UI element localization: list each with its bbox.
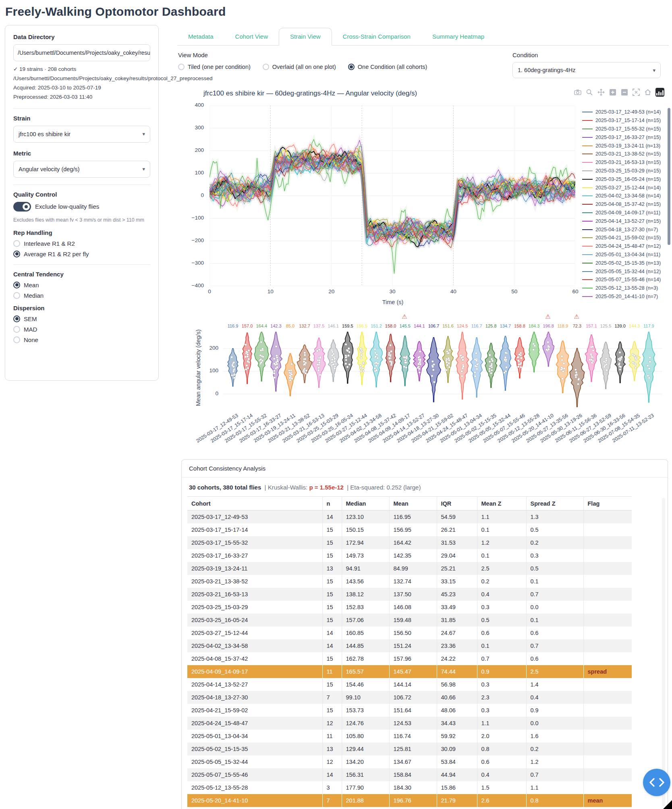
tab-cross-strain-comparison[interactable]: Cross-Strain Comparison xyxy=(332,28,421,45)
value-cell: 152.83 xyxy=(342,601,389,614)
radio-none[interactable] xyxy=(13,336,20,343)
camera-icon[interactable] xyxy=(574,88,582,96)
value-cell: 24.67 xyxy=(437,626,477,639)
radio-label: Overlaid (all on one plot) xyxy=(272,64,336,70)
value-cell: 14 xyxy=(322,768,342,781)
legend-item[interactable]: 2025-04-09_14-09-17 (n=11) xyxy=(582,209,668,217)
radio-mean[interactable] xyxy=(13,282,20,288)
cohort-cell: 2025-04-24_15-48-47 xyxy=(187,717,322,730)
legend-item[interactable]: 2025-03-17_15-55-32 (n=15) xyxy=(582,125,668,133)
data-directory-input[interactable]: /Users/burnettl/Documents/Projects/oaky_… xyxy=(13,44,150,61)
legend-item[interactable]: 2025-05-02_15-15-35 (n=13) xyxy=(582,259,668,267)
radio-label: Tiled (one per condition) xyxy=(188,64,251,70)
value-cell: 0.4 xyxy=(477,768,526,781)
legend-item[interactable]: 2025-04-14_13-52-27 (n=15) xyxy=(582,217,668,225)
legend-swatch xyxy=(582,129,593,129)
legend-item[interactable]: 2025-03-19_13-24-11 (n=13) xyxy=(582,141,668,150)
legend-item[interactable]: 2025-03-17_15-17-14 (n=15) xyxy=(582,116,668,125)
violin-chart[interactable] xyxy=(221,330,666,408)
legend-item[interactable]: 2025-03-21_16-53-13 (n=15) xyxy=(582,158,668,167)
legend-swatch xyxy=(582,237,593,238)
legend-item[interactable]: 2025-03-25_15-03-29 (n=15) xyxy=(582,167,668,175)
y-tick-label: 400 xyxy=(180,102,204,108)
zoom-in-icon[interactable] xyxy=(609,88,617,96)
value-cell: 0.5 xyxy=(526,523,583,536)
legend-item[interactable]: 2025-05-07_15-55-46 (n=14) xyxy=(582,276,668,284)
radio-overlaid[interactable] xyxy=(263,64,269,70)
value-cell: 196.76 xyxy=(389,794,437,807)
radio-mad[interactable] xyxy=(13,326,20,333)
legend-scrollbar[interactable] xyxy=(668,108,670,245)
cohort-cell: 2025-03-21_13-38-52 xyxy=(187,575,322,588)
value-cell: 172.94 xyxy=(342,536,389,549)
value-cell: 53.84 xyxy=(437,755,477,768)
legend-item[interactable]: 2025-05-01_13-04-34 (n=11) xyxy=(582,251,668,259)
radio-average[interactable] xyxy=(13,251,20,257)
plotly-modebar xyxy=(574,88,664,97)
radio-tiled[interactable] xyxy=(178,64,185,70)
value-cell: 1.1 xyxy=(526,781,583,794)
pan-icon[interactable] xyxy=(597,88,605,96)
table-scrollbar[interactable] xyxy=(662,498,665,806)
strain-label: Strain xyxy=(13,115,150,122)
y-tick-label: −400 xyxy=(180,282,204,288)
value-cell: 33.49 xyxy=(437,601,477,614)
value-cell: 14 xyxy=(322,626,342,639)
table-column-header: Mean xyxy=(389,497,437,510)
legend-item[interactable]: 2025-03-17_16-33-27 (n=15) xyxy=(582,133,668,141)
tab-cohort-view[interactable]: Cohort View xyxy=(224,28,279,45)
value-cell: 1.2 xyxy=(526,755,583,768)
value-cell: 74.44 xyxy=(437,665,477,678)
zoom-icon[interactable] xyxy=(585,88,593,96)
condition-select[interactable]: 1. 60deg-gratings-4Hz ▾ xyxy=(512,62,661,78)
value-cell: 142.35 xyxy=(389,549,437,562)
legend-item[interactable]: 2025-05-05_15-32-44 (n=12) xyxy=(582,267,668,276)
zoom-out-icon[interactable] xyxy=(620,88,628,96)
plotly-logo-icon[interactable] xyxy=(655,88,664,97)
tab-strain-view[interactable]: Strain View xyxy=(279,28,332,46)
dataset-summary: ✓ 19 strains · 208 cohorts xyxy=(13,65,150,74)
legend-label: 2025-05-01_13-04-34 (n=11) xyxy=(595,252,660,257)
autoscale-icon[interactable] xyxy=(632,88,640,96)
legend-item[interactable]: 2025-05-12_13-55-28 (n=3) xyxy=(582,284,668,292)
tab-summary-heatmap[interactable]: Summary Heatmap xyxy=(421,28,495,45)
table-column-header: Cohort xyxy=(187,497,322,510)
legend-item[interactable]: 2025-04-02_13-34-58 (n=14) xyxy=(582,192,668,200)
exclude-low-quality-toggle[interactable] xyxy=(13,202,31,212)
legend-item[interactable]: 2025-05-20_14-41-10 (n=7) xyxy=(582,292,668,301)
flag-cell xyxy=(583,588,632,601)
reset-axes-icon[interactable] xyxy=(644,88,652,96)
legend-item[interactable]: 2025-04-08_15-37-42 (n=15) xyxy=(582,200,668,209)
code-toggle-fab[interactable] xyxy=(643,769,670,796)
legend-item[interactable]: 2025-04-24_15-48-47 (n=12) xyxy=(582,242,668,251)
warning-icon: ⚠ xyxy=(545,313,550,320)
legend-item[interactable]: 2025-03-21_13-38-52 (n=15) xyxy=(582,150,668,158)
value-cell: 1.3 xyxy=(526,510,583,524)
radio-sem[interactable] xyxy=(13,315,20,322)
radio-label: None xyxy=(24,336,38,343)
line-chart[interactable] xyxy=(209,106,575,286)
radio-interleave[interactable] xyxy=(13,240,20,247)
radio-median[interactable] xyxy=(13,292,20,299)
cohort-cell: 2025-03-19_13-24-11 xyxy=(187,562,322,575)
legend-label: 2025-03-19_13-24-11 (n=13) xyxy=(595,143,660,149)
value-cell: 160.85 xyxy=(342,626,389,639)
tab-metadata[interactable]: Metadata xyxy=(177,28,224,45)
dataset-path: /Users/burnettl/Documents/Projects/oaky_… xyxy=(13,75,150,83)
legend-item[interactable]: 2025-03-17_12-49-53 (n=14) xyxy=(582,108,668,116)
legend-item[interactable]: 2025-04-21_15-59-02 (n=15) xyxy=(582,234,668,242)
strain-select[interactable]: jfrc100 es shibire kir ▾ xyxy=(13,126,150,143)
condition-label: Condition xyxy=(512,52,538,58)
value-cell: 12 xyxy=(322,717,342,730)
value-cell: 15 xyxy=(322,523,342,536)
table-column-header: Mean Z xyxy=(477,497,526,510)
metric-select[interactable]: Angular velocity (deg/s) ▾ xyxy=(13,161,150,178)
legend-item[interactable]: 2025-03-25_16-05-24 (n=15) xyxy=(582,175,668,183)
value-cell: 0.1 xyxy=(477,639,526,652)
value-cell: 184.30 xyxy=(389,781,437,794)
legend-item[interactable]: 2025-04-18_13-27-30 (n=7) xyxy=(582,225,668,234)
table-row: 2025-05-20_14-41-107201.88196.7621.792.6… xyxy=(187,794,632,807)
legend-label: 2025-03-21_16-53-13 (n=15) xyxy=(595,160,661,165)
legend-item[interactable]: 2025-03-27_15-12-44 (n=14) xyxy=(582,183,668,192)
radio-one-condition[interactable] xyxy=(348,64,355,70)
